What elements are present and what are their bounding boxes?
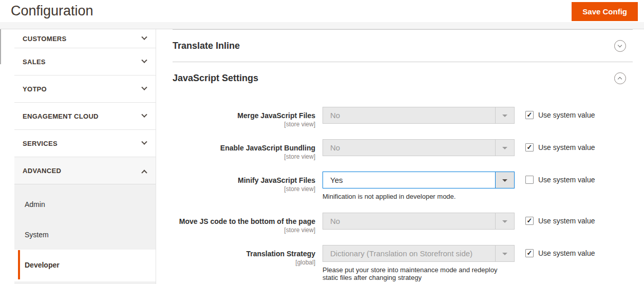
use-system-value-label: Use system value: [538, 176, 595, 184]
use-system-value-toggle[interactable]: ✓ Use system value: [525, 139, 595, 152]
chevron-down-icon: [141, 58, 147, 63]
use-system-value-label: Use system value: [538, 249, 595, 258]
section-title: Translate Inline: [173, 41, 240, 51]
sidebar-item-label: Admin: [25, 200, 45, 209]
field-row-merge-js-files: Merge JavaScript Files [store view] No ✓…: [173, 107, 633, 128]
use-system-value-toggle[interactable]: ✓ Use system value: [525, 107, 595, 120]
field-label: Minify JavaScript Files: [173, 176, 315, 184]
checkbox-checked-icon[interactable]: ✓: [525, 217, 534, 225]
caret-down-icon: [502, 115, 507, 117]
config-content: Translate Inline JavaScript Settings Mer…: [173, 29, 633, 284]
collapse-toggle-button[interactable]: [614, 72, 626, 84]
sidebar-section-customers[interactable]: CUSTOMERS: [14, 29, 156, 48]
page-header: Configuration Save Config: [0, 0, 644, 22]
use-system-value-label: Use system value: [538, 217, 595, 225]
use-system-value-toggle[interactable]: ✓ Use system value: [525, 245, 595, 258]
select-value: No: [323, 107, 487, 123]
checkbox-unchecked-icon[interactable]: [525, 176, 534, 184]
field-scope: [store view]: [173, 185, 315, 193]
sidebar-section-label: YOTPO: [23, 85, 47, 93]
field-row-minify-js-files: Minify JavaScript Files [store view] Yes…: [173, 172, 633, 200]
select-value: No: [323, 140, 487, 156]
field-row-translation-strategy: Translation Strategy [global] Dictionary…: [173, 245, 633, 281]
select-value: No: [323, 213, 487, 229]
sidebar-item-admin[interactable]: Admin: [14, 189, 156, 219]
chevron-up-icon: [141, 170, 147, 176]
sidebar-section-label: ENGAGEMENT CLOUD: [23, 112, 99, 120]
chevron-down-icon: [618, 43, 622, 47]
minify-js-files-select[interactable]: Yes: [323, 172, 515, 188]
sidebar-section-services[interactable]: SERVICES: [14, 130, 156, 157]
use-system-value-toggle[interactable]: Use system value: [525, 172, 595, 184]
checkbox-checked-icon[interactable]: ✓: [525, 143, 534, 152]
admin-menu-edge: [0, 29, 1, 64]
field-label: Merge JavaScript Files: [173, 111, 315, 120]
field-row-enable-js-bundling: Enable JavaScript Bundling [store view] …: [173, 139, 633, 160]
sidebar-item-developer[interactable]: Developer: [14, 250, 156, 280]
enable-js-bundling-select[interactable]: No: [323, 139, 515, 156]
field-scope: [store view]: [173, 153, 315, 160]
caret-down-icon: [502, 220, 507, 223]
chevron-down-icon: [141, 85, 147, 90]
move-js-bottom-select[interactable]: No: [323, 213, 515, 230]
sidebar-next-item-partial: [14, 281, 156, 284]
select-value: Yes: [323, 172, 487, 188]
field-label: Move JS code to the bottom of the page: [173, 217, 315, 225]
sidebar-section-label: SALES: [23, 58, 46, 66]
sidebar-item-system[interactable]: System: [14, 219, 156, 250]
field-label: Translation Strategy: [173, 250, 315, 258]
section-title: JavaScript Settings: [173, 73, 258, 84]
config-nav-sidebar: CUSTOMERS SALES YOTPO ENGAGEMENT CLOUD S…: [14, 29, 156, 284]
chevron-down-icon: [141, 34, 147, 40]
caret-down-icon: [502, 179, 507, 182]
sidebar-section-label: SERVICES: [23, 140, 58, 147]
select-value: Dictionary (Translation on Storefront si…: [323, 245, 487, 261]
caret-down-icon: [502, 253, 507, 255]
sidebar-item-label: System: [25, 231, 49, 239]
caret-down-icon: [502, 147, 507, 149]
checkbox-checked-icon[interactable]: ✓: [525, 249, 534, 257]
section-header-translate-inline[interactable]: Translate Inline: [173, 30, 633, 62]
save-config-button[interactable]: Save Config: [572, 2, 638, 21]
chevron-down-icon: [141, 139, 147, 145]
use-system-value-toggle[interactable]: ✓ Use system value: [525, 213, 595, 225]
page-title: Configuration: [11, 3, 93, 19]
field-row-move-js-bottom: Move JS code to the bottom of the page […: [173, 213, 633, 234]
sidebar-section-engagement-cloud[interactable]: ENGAGEMENT CLOUD: [14, 103, 156, 130]
sidebar-section-advanced[interactable]: ADVANCED: [14, 157, 156, 184]
sidebar-section-label: CUSTOMERS: [23, 35, 67, 43]
use-system-value-label: Use system value: [538, 143, 595, 152]
sidebar-section-yotpo[interactable]: YOTPO: [14, 75, 156, 103]
field-scope: [store view]: [173, 121, 315, 128]
header-divider: [0, 22, 644, 29]
sidebar-section-label: ADVANCED: [23, 167, 61, 175]
chevron-up-icon: [618, 77, 622, 81]
field-note: Minification is not applied in developer…: [323, 193, 515, 200]
checkbox-checked-icon[interactable]: ✓: [525, 111, 534, 119]
use-system-value-label: Use system value: [538, 111, 595, 120]
collapse-toggle-button[interactable]: [614, 40, 626, 52]
field-scope: [global]: [173, 259, 315, 266]
section-header-javascript-settings[interactable]: JavaScript Settings: [173, 62, 633, 94]
sidebar-item-label: Developer: [25, 261, 60, 269]
advanced-submenu: Admin System Developer: [14, 184, 156, 280]
chevron-down-icon: [141, 112, 147, 118]
translation-strategy-select[interactable]: Dictionary (Translation on Storefront si…: [323, 245, 515, 262]
sidebar-section-sales[interactable]: SALES: [14, 48, 156, 75]
field-label: Enable JavaScript Bundling: [173, 144, 315, 152]
field-note: Please put your store into maintenance m…: [323, 266, 515, 281]
javascript-settings-form: Merge JavaScript Files [store view] No ✓…: [173, 107, 633, 281]
field-scope: [store view]: [173, 226, 315, 234]
merge-js-files-select[interactable]: No: [323, 107, 515, 124]
